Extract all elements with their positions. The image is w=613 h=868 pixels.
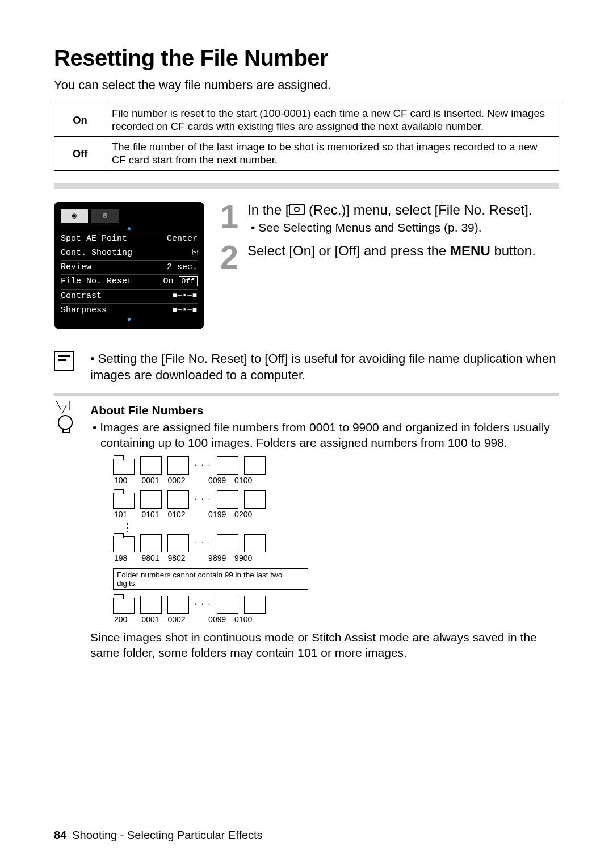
step-2-heading: Select [On] or [Off] and press the MENU … [247, 242, 536, 259]
diagram-note: Folder numbers cannot contain 99 in the … [113, 568, 308, 590]
tip-heading: About File Numbers [90, 404, 559, 417]
options-table: On File number is reset to the start (10… [54, 103, 559, 171]
step-1-heading: In the [ (Rec.)] menu, select [File No. … [247, 202, 532, 219]
menu-value: On Off [163, 276, 198, 287]
tip-paragraph-1: Images are assigned file numbers from 00… [90, 420, 559, 451]
menu-value: Center [167, 233, 198, 245]
step-1-sub: See Selecting Menus and Settings (p. 39)… [247, 221, 532, 234]
menu-item: Contrast [61, 291, 102, 302]
tip-paragraph-2: Since images shot in continuous mode or … [90, 630, 559, 661]
menu-item: Sharpness [61, 305, 107, 316]
tab-setup-icon: ⚙ [91, 209, 119, 223]
menu-item: File No. Reset [61, 276, 132, 287]
lightbulb-icon: ╲ │ ╱ [54, 404, 77, 432]
divider [54, 393, 559, 396]
folder-diagram: . . . 10000010002...00990100 . . . 10101… [113, 456, 312, 624]
divider [54, 183, 559, 189]
camera-menu-screenshot: ◉ ⚙ ▲ Spot AE PointCenter Cont. Shooting… [54, 202, 204, 330]
page-footer: 84Shooting - Selecting Particular Effect… [54, 829, 263, 842]
note-icon [54, 351, 74, 371]
step-number-1: 1 [220, 202, 241, 237]
step-number-2: 2 [220, 242, 241, 272]
menu-value: 2 sec. [167, 262, 198, 273]
menu-value: ⎘ [192, 248, 198, 259]
camera-icon [289, 204, 305, 215]
option-on-label: On [54, 103, 106, 137]
tab-rec-icon: ◉ [61, 209, 88, 223]
option-on-desc: File number is reset to the start (100-0… [106, 103, 559, 137]
menu-item: Cont. Shooting [61, 248, 132, 259]
intro-text: You can select the way file numbers are … [54, 78, 559, 93]
option-off-label: Off [54, 137, 106, 170]
menu-item: Spot AE Point [61, 233, 127, 245]
option-off-desc: The file number of the last image to be … [106, 137, 559, 170]
menu-value: ◼─▪─◼ [173, 305, 198, 316]
menu-value: ◼─▪─◼ [173, 291, 198, 302]
page-title: Resetting the File Number [54, 45, 559, 71]
note-text: • Setting the [File No. Reset] to [Off] … [88, 351, 559, 383]
menu-item: Review [61, 262, 91, 273]
